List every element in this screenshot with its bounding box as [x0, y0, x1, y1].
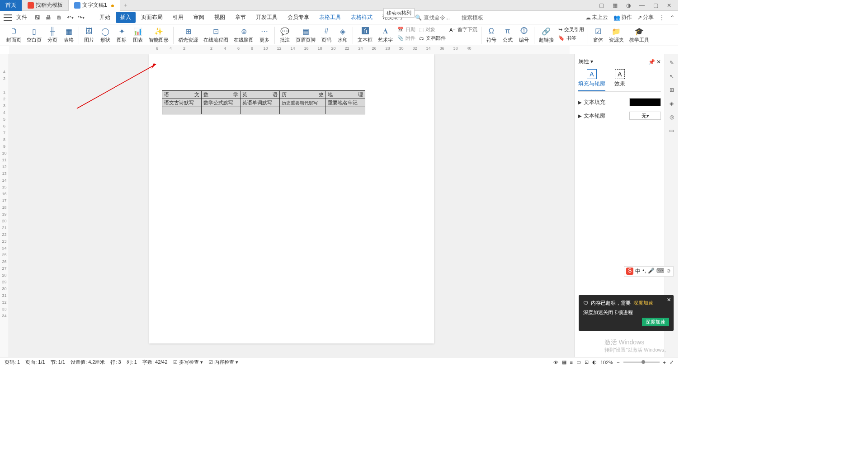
layout-icon[interactable]: ▢ [596, 1, 607, 10]
btn-numbering[interactable]: ⓵编号 [516, 26, 532, 44]
tab-document[interactable]: 文字文稿1● [69, 0, 120, 11]
menu-table-style[interactable]: 表格样式 [346, 12, 377, 23]
menu-file[interactable]: 文件 [13, 12, 31, 23]
coop-button[interactable]: 👥 协作 [613, 14, 632, 21]
menu-insert[interactable]: 插入 [116, 12, 136, 23]
tab-home[interactable]: 首页 [0, 0, 22, 11]
document-area[interactable]: 语 文 数 学 英 语 历 史 地 理 语文古诗默写 数学公式默写 英语单词默写… [9, 54, 574, 367]
hamburger-icon[interactable] [4, 14, 12, 21]
btn-indent[interactable]: A≡ 首字下沉 [448, 26, 479, 33]
status-content[interactable]: ☑ 内容检查 ▾ [208, 359, 238, 366]
menu-vip[interactable]: 会员专享 [283, 12, 314, 23]
new-tab-button[interactable]: ＋ [120, 1, 131, 9]
tab-effect[interactable]: A效果 [614, 69, 625, 91]
btn-hf[interactable]: ▤页眉页脚 [293, 26, 318, 44]
ime-punct[interactable]: •, [642, 268, 646, 275]
status-row[interactable]: 行: 3 [110, 359, 121, 366]
undo-icon[interactable]: ↶▾ [66, 14, 74, 22]
rail-edit-icon[interactable]: ✎ [668, 59, 676, 67]
command-search[interactable]: 🔍 [415, 14, 498, 21]
fit-icon[interactable]: ⤢ [670, 359, 674, 365]
ime-lang[interactable]: 中 [635, 268, 641, 275]
share-button[interactable]: ↗ 分享 [637, 14, 654, 21]
btn-obj2[interactable]: ⬚ 对象 [417, 26, 448, 33]
btn-formula[interactable]: π公式 [500, 26, 516, 44]
menu-layout[interactable]: 页面布局 [137, 12, 167, 23]
btn-icon[interactable]: ✦图标 [113, 26, 130, 44]
rail-location-icon[interactable]: ◎ [668, 113, 676, 121]
btn-pageno[interactable]: #页码 [318, 26, 335, 44]
btn-res[interactable]: ⊞稻壳资源 [175, 26, 201, 44]
grid-icon[interactable]: ▦ [609, 1, 620, 10]
btn-comment[interactable]: 💬批注 [277, 26, 293, 44]
minimize-button[interactable]: — [637, 1, 647, 10]
btn-bookmark[interactable]: 🔖 书签 [557, 34, 586, 42]
close-panel-icon[interactable]: ✕ [656, 59, 661, 65]
close-button[interactable]: ✕ [664, 1, 675, 10]
btn-more[interactable]: ⋯更多 [256, 26, 273, 44]
btn-wm[interactable]: ◈水印 [335, 26, 351, 44]
eye-icon[interactable]: 👁 [553, 360, 558, 365]
ime-kbd-icon[interactable]: ⌨ [656, 268, 664, 275]
notif-close-icon[interactable]: ✕ [667, 297, 671, 303]
status-section[interactable]: 节: 1/1 [51, 359, 65, 366]
ime-mic-icon[interactable]: 🎤 [648, 268, 655, 275]
document-table[interactable]: 语 文 数 学 英 语 历 史 地 理 语文古诗默写 数学公式默写 英语单词默写… [162, 90, 365, 114]
rail-select-icon[interactable]: ↖ [668, 72, 676, 80]
btn-attach[interactable]: 📎 附件 [396, 34, 417, 42]
redo-icon[interactable]: ↷▾ [77, 14, 85, 22]
btn-cover[interactable]: 🗋封面页 [4, 26, 24, 44]
btn-sym[interactable]: Ω符号 [483, 26, 500, 44]
more-menu-icon[interactable]: ⋮ [659, 14, 665, 21]
pin-icon[interactable]: 📌 [648, 59, 655, 65]
ruler-vertical[interactable]: 4212345678910111213141516171819202122232… [0, 54, 9, 367]
menu-start[interactable]: 开始 [95, 12, 115, 23]
btn-resbin[interactable]: 📁资源夹 [606, 26, 627, 44]
status-col[interactable]: 列: 1 [127, 359, 137, 366]
status-page[interactable]: 页码: 1 [5, 359, 20, 366]
fill-color-swatch[interactable] [629, 98, 661, 106]
command-search-input[interactable] [424, 14, 460, 21]
collapse-ribbon-icon[interactable]: ⌃ [670, 14, 675, 21]
menu-table-tools[interactable]: 表格工具 [315, 12, 345, 23]
btn-smart[interactable]: ✨智能图形 [146, 26, 171, 44]
btn-xref[interactable]: ↪ 交叉引用 [557, 26, 586, 33]
btn-table[interactable]: ▦表格 [61, 26, 77, 44]
maximize-button[interactable]: ▢ [650, 1, 661, 10]
focus-icon[interactable]: ◐ [592, 359, 597, 365]
view-print-icon[interactable]: ▦ [562, 359, 566, 365]
notif-action-button[interactable]: 深度加速 [642, 318, 669, 326]
prop-text-outline[interactable]: ▶文本轮廓 无 ▾ [578, 109, 661, 122]
btn-docpart[interactable]: 🗂 文档部件 [417, 34, 448, 42]
status-pages[interactable]: 页面: 1/1 [25, 359, 45, 366]
zoom-slider[interactable] [623, 362, 660, 363]
btn-blank[interactable]: ▯空白页 [24, 26, 44, 44]
menu-view[interactable]: 视图 [210, 12, 230, 23]
rail-layers-icon[interactable]: ◈ [668, 99, 676, 108]
btn-chart[interactable]: 📊图表 [130, 26, 146, 44]
ruler-horizontal[interactable]: 642246810121416182022242628303234363840 [9, 46, 570, 54]
btn-edu[interactable]: 🎓教学工具 [627, 26, 652, 44]
btn-date[interactable]: 📅 日期 [396, 26, 417, 33]
rail-settings-icon[interactable]: ⊞ [668, 86, 676, 94]
btn-obj[interactable]: ☑窗体 [590, 26, 606, 44]
view-web-icon[interactable]: ▭ [576, 359, 581, 365]
btn-pic[interactable]: 🖼图片 [81, 26, 97, 44]
btn-textbox[interactable]: 🅰文本框 [355, 26, 375, 44]
skin-icon[interactable]: ◑ [623, 1, 634, 10]
tab-fill-outline[interactable]: A填充与轮廓 [578, 69, 605, 91]
cloud-status[interactable]: ☁ 未上云 [585, 14, 608, 21]
btn-mind[interactable]: ⊚在线脑图 [231, 26, 256, 44]
print-icon[interactable]: 🖶 [44, 14, 52, 22]
status-pos[interactable]: 设置值: 4.2厘米 [71, 359, 105, 366]
zoom-in-icon[interactable]: + [663, 360, 666, 365]
status-words[interactable]: 字数: 42/42 [142, 359, 168, 366]
view-read-icon[interactable]: ≡ [570, 360, 573, 365]
template-search-input[interactable] [462, 14, 498, 21]
btn-shape[interactable]: ◯形状 [97, 26, 113, 44]
status-spell[interactable]: ☑ 拼写检查 ▾ [173, 359, 203, 366]
menu-ref[interactable]: 引用 [168, 12, 188, 23]
outline-select[interactable]: 无 ▾ [629, 112, 661, 120]
btn-link[interactable]: 🔗超链接 [536, 26, 557, 44]
zoom-out-icon[interactable]: − [617, 360, 619, 365]
